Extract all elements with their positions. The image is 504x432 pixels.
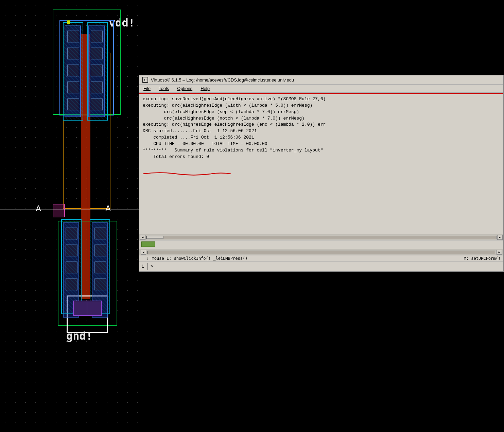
green-status-indicator	[141, 241, 155, 247]
mouse-status-text: ⋮⋮ mouse L: showClickInfo() _leiLMBPress…	[142, 256, 464, 261]
virtuoso-window: C Virtuoso® 6.1.5 – Log: /home/acevesfr/…	[139, 75, 504, 272]
gnd-label: gnd!	[66, 329, 92, 342]
log-line-9: Total errors found: 0	[143, 154, 500, 160]
cyan-hatch-top-right	[87, 22, 108, 121]
crosshair-label-2: A	[105, 204, 111, 213]
cadence-icon: C	[142, 77, 148, 83]
horizontal-scrollbar[interactable]: ◀ ▶	[139, 234, 503, 240]
cmd-line-number: 1	[141, 264, 144, 269]
menu-tools[interactable]: Tools	[157, 85, 170, 92]
cyan-hatch-top	[63, 22, 83, 121]
log-line-0: executing: saveDerived(geomAnd(elecHighr…	[143, 96, 500, 103]
scroll-left-btn-2[interactable]: ◀	[141, 250, 146, 255]
menu-help[interactable]: Help	[199, 85, 211, 92]
red-underline	[143, 170, 245, 177]
scroll-thumb[interactable]	[146, 236, 163, 239]
log-line-1: executing: drc(elecHighresEdge (width < …	[143, 103, 500, 109]
cmd-input[interactable]	[155, 264, 501, 269]
log-line-6: completed ....Fri Oct 1 12:56:06 2021	[143, 134, 500, 141]
menu-options[interactable]: Options	[176, 85, 194, 92]
scroll-track-2[interactable]	[147, 251, 495, 254]
menu-bar: File Tools Options Help	[139, 85, 503, 93]
mouse-drc-bar: ⋮⋮ mouse L: showClickInfo() _leiLMBPress…	[139, 255, 503, 262]
scroll-track[interactable]	[146, 236, 497, 239]
magenta-rect	[53, 204, 65, 217]
drc-status-text: M: setDRCForm()	[464, 256, 501, 261]
scroll-left-button[interactable]: ◀	[140, 235, 145, 240]
layout-canvas: vdd! A	[0, 0, 139, 432]
command-line[interactable]: 1 >	[139, 262, 503, 271]
crosshair-label-1: A	[36, 204, 41, 213]
log-line-7: CPU TIME = 00:00:00 TOTAL TIME = 00:00:0…	[143, 141, 500, 147]
green-indicator-bar	[139, 240, 503, 249]
log-area[interactable]: executing: saveDerived(geomAnd(elecHighr…	[139, 94, 503, 234]
menu-file[interactable]: File	[142, 85, 152, 92]
log-line-3: drc(elecHighresEdge (notch < (lambda * 7…	[143, 115, 500, 122]
scroll-right-btn-2[interactable]: ▶	[497, 250, 502, 255]
log-line-8: ********* Summary of rule violations for…	[143, 147, 500, 154]
vdd-dot	[67, 20, 70, 24]
window-title: Virtuoso® 6.1.5 – Log: /home/acevesfr/CD…	[151, 77, 294, 83]
v-crosshair	[88, 166, 88, 262]
scroll-right-button[interactable]: ▶	[497, 235, 503, 240]
h-crosshair	[0, 210, 139, 210]
log-line-2: drc(elecHighresEdge (sep < (lambda * 7.0…	[143, 109, 500, 115]
log-line-4: executing: drc(highresEdge elecHighresEd…	[143, 122, 500, 128]
cmd-separator	[147, 263, 147, 270]
input-section: ◀ ▶ ⋮⋮ mouse L: showClickInfo() _leiLMBP…	[139, 240, 503, 271]
log-line-5: DRC started........Fri Oct 1 12:56:06 20…	[143, 128, 500, 134]
title-bar: C Virtuoso® 6.1.5 – Log: /home/acevesfr/…	[139, 75, 503, 85]
cmd-prompt: >	[151, 264, 153, 269]
secondary-scrollbar[interactable]: ◀ ▶	[139, 249, 503, 255]
